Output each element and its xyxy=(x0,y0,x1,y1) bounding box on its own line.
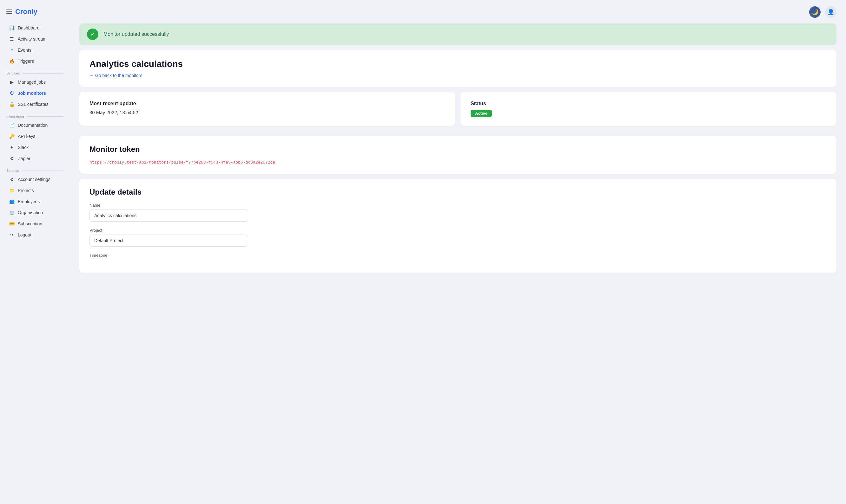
status-badge: Active xyxy=(471,110,492,117)
sidebar-item-label: Logout xyxy=(18,232,31,237)
monitor-token-card: Monitor token https://cronly.test/api/mo… xyxy=(79,136,836,174)
sidebar-header: Cronly xyxy=(0,5,70,22)
sidebar-item-events[interactable]: ≡ Events xyxy=(2,45,67,55)
organisation-icon: 🏢 xyxy=(9,210,15,216)
account-settings-icon: ⚙ xyxy=(9,177,15,182)
logout-icon: ↪ xyxy=(9,232,15,238)
project-field-group: Project xyxy=(89,228,826,247)
sidebar-item-activity-stream[interactable]: ☰ Activity stream xyxy=(2,34,67,44)
sidebar-item-label: Events xyxy=(18,48,31,53)
sidebar-item-employees[interactable]: 👥 Employees xyxy=(2,196,67,207)
sidebar-item-label: Job monitors xyxy=(18,91,46,96)
subscription-icon: 💳 xyxy=(9,221,15,227)
status-label: Status xyxy=(471,101,826,107)
sidebar-item-label: Projects xyxy=(18,188,34,193)
user-icon: 👤 xyxy=(827,8,834,16)
sidebar-item-label: Account settings xyxy=(18,177,50,182)
project-label: Project xyxy=(89,228,826,233)
documentation-icon: 📄 xyxy=(9,122,15,128)
zapier-icon: ⚙ xyxy=(9,156,15,161)
back-link[interactable]: ← Go back to the monitors xyxy=(89,73,826,78)
settings-section-label: Settings xyxy=(0,164,70,174)
status-card: Status Active xyxy=(461,92,836,126)
topbar: 🌙 👤 xyxy=(79,6,836,18)
success-banner: ✓ Monitor updated successfully xyxy=(79,23,836,45)
sidebar-item-subscription[interactable]: 💳 Subscription xyxy=(2,218,67,229)
sidebar-item-slack[interactable]: ✦ Slack xyxy=(2,142,67,153)
most-recent-update-value: 30 May 2022, 18:54:52 xyxy=(89,110,445,115)
sidebar-item-label: Triggers xyxy=(18,59,34,64)
title-card: Analytics calculations ← Go back to the … xyxy=(79,50,836,87)
sidebar-item-api-keys[interactable]: 🔑 API keys xyxy=(2,131,67,142)
sidebar-item-account-settings[interactable]: ⚙ Account settings xyxy=(2,174,67,185)
stats-row: Most recent update 30 May 2022, 18:54:52… xyxy=(79,92,836,131)
sidebar: Cronly 📊 Dashboard☰ Activity stream≡ Eve… xyxy=(0,0,70,504)
project-input[interactable] xyxy=(89,235,248,247)
sidebar-item-label: Managed jobs xyxy=(18,79,46,85)
main-content: 🌙 👤 ✓ Monitor updated successfully Analy… xyxy=(70,0,846,504)
sidebar-item-organisation[interactable]: 🏢 Organisation xyxy=(2,207,67,218)
services-section-label: Services xyxy=(0,67,70,76)
token-url[interactable]: https://cronly.test/api/monitors/pulse/f… xyxy=(89,160,826,165)
api-keys-icon: 🔑 xyxy=(9,133,15,139)
triggers-icon: 🔥 xyxy=(9,58,15,64)
app-logo: Cronly xyxy=(15,7,37,16)
sidebar-item-label: Subscription xyxy=(18,221,42,226)
sidebar-item-label: Employees xyxy=(18,199,40,204)
success-message: Monitor updated successfully xyxy=(103,31,169,37)
sidebar-item-documentation[interactable]: 📄 Documentation xyxy=(2,120,67,131)
most-recent-update-card: Most recent update 30 May 2022, 18:54:52 xyxy=(79,92,455,126)
sidebar-item-label: Organisation xyxy=(18,210,43,215)
page-title: Analytics calculations xyxy=(89,59,826,69)
sidebar-item-label: Activity stream xyxy=(18,36,47,41)
events-icon: ≡ xyxy=(9,47,15,53)
employees-icon: 👥 xyxy=(9,199,15,204)
name-input[interactable] xyxy=(89,210,248,221)
timezone-field-group: Timezone xyxy=(89,253,826,258)
sidebar-item-managed-jobs[interactable]: ▶ Managed jobs xyxy=(2,77,67,88)
ssl-certificates-icon: 🔒 xyxy=(9,102,15,107)
user-menu-button[interactable]: 👤 xyxy=(825,6,836,18)
update-details-title: Update details xyxy=(89,188,826,197)
sidebar-item-projects[interactable]: 📁 Projects xyxy=(2,185,67,196)
sidebar-item-triggers[interactable]: 🔥 Triggers xyxy=(2,56,67,67)
job-monitors-icon: ⏱ xyxy=(9,90,15,96)
sidebar-item-label: SSL certificates xyxy=(18,102,49,107)
sidebar-item-ssl-certificates[interactable]: 🔒 SSL certificates xyxy=(2,99,67,110)
success-check-icon: ✓ xyxy=(87,29,98,40)
name-label: Name xyxy=(89,203,826,208)
moon-icon: 🌙 xyxy=(811,8,818,16)
sidebar-item-label: Documentation xyxy=(18,123,48,128)
timezone-label: Timezone xyxy=(89,253,826,258)
menu-toggle-button[interactable] xyxy=(6,10,12,14)
integrations-section-label: Integrations xyxy=(0,110,70,120)
sidebar-item-dashboard[interactable]: 📊 Dashboard xyxy=(2,22,67,33)
sidebar-item-label: Slack xyxy=(18,145,29,150)
managed-jobs-icon: ▶ xyxy=(9,79,15,85)
sidebar-item-logout[interactable]: ↪ Logout xyxy=(2,230,67,240)
slack-icon: ✦ xyxy=(9,145,15,150)
name-field-group: Name xyxy=(89,203,826,221)
dark-mode-toggle[interactable]: 🌙 xyxy=(809,6,821,18)
sidebar-item-label: Dashboard xyxy=(18,25,40,31)
sidebar-item-label: Zapier xyxy=(18,156,31,161)
most-recent-update-label: Most recent update xyxy=(89,101,445,107)
sidebar-item-job-monitors[interactable]: ⏱ Job monitors xyxy=(2,88,67,98)
update-details-card: Update details Name Project Timezone xyxy=(79,179,836,273)
activity-stream-icon: ☰ xyxy=(9,36,15,42)
projects-icon: 📁 xyxy=(9,188,15,193)
sidebar-item-zapier[interactable]: ⚙ Zapier xyxy=(2,153,67,164)
monitor-token-title: Monitor token xyxy=(89,145,826,154)
sidebar-item-label: API keys xyxy=(18,134,35,139)
dashboard-icon: 📊 xyxy=(9,25,15,31)
